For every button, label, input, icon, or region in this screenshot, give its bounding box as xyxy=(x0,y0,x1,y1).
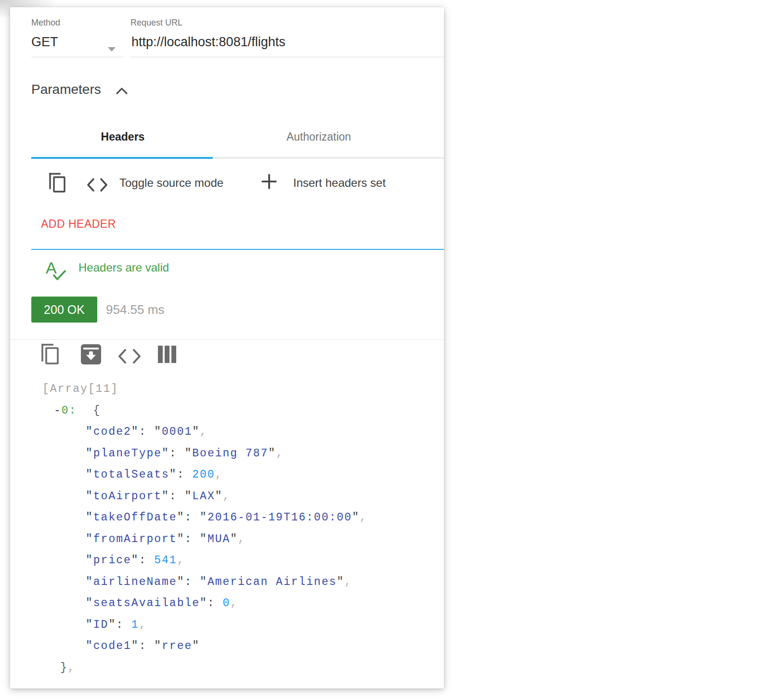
json-quote: " xyxy=(192,426,200,438)
json-line: "takeOffDate": "2016-01-19T16:00:00", xyxy=(42,507,367,529)
json-quote: " xyxy=(200,511,208,524)
json-quote: " xyxy=(86,554,93,567)
json-number-value: 0 xyxy=(222,597,230,609)
method-select[interactable]: GET xyxy=(31,35,58,50)
json-key: takeOffDate xyxy=(93,511,177,524)
tab-headers[interactable]: Headers xyxy=(31,130,214,147)
response-divider xyxy=(10,339,444,340)
json-quote: " xyxy=(352,511,360,524)
json-line: [Array[11] xyxy=(42,378,367,400)
json-quote: " xyxy=(184,447,192,460)
json-line: "ID": 1, xyxy=(42,614,367,636)
table-view-icon[interactable] xyxy=(158,346,177,365)
rest-client-panel: Method GET Request URL http://localhost:… xyxy=(10,7,444,688)
json-quote: " xyxy=(230,533,238,545)
copy-response-icon[interactable] xyxy=(41,343,59,367)
json-number-value: 1 xyxy=(131,619,139,631)
json-close-brace: } xyxy=(60,661,68,674)
json-key: ID xyxy=(93,619,109,631)
json-quote: " xyxy=(154,426,162,438)
copy-headers-icon[interactable] xyxy=(49,172,67,195)
json-comma: , xyxy=(276,447,284,460)
parameters-toggle[interactable]: Parameters xyxy=(31,81,128,98)
json-key: code1 xyxy=(93,640,131,652)
json-comma: , xyxy=(139,619,147,631)
json-open-brace: { xyxy=(93,404,101,417)
request-url-input[interactable]: http://localhost:8081/flights xyxy=(131,35,286,50)
json-quote: " xyxy=(154,640,162,652)
json-key: seatsAvailable xyxy=(93,597,200,609)
json-string-value: 2016-01-19T16:00:00 xyxy=(208,511,352,524)
json-key: code2 xyxy=(93,426,131,438)
parameters-title: Parameters xyxy=(31,82,101,97)
method-label: Method xyxy=(31,18,60,28)
json-colon: ": xyxy=(177,533,200,545)
json-quote: " xyxy=(86,576,93,588)
json-quote: " xyxy=(86,597,93,609)
dropdown-caret-icon[interactable] xyxy=(108,47,116,52)
json-quote: " xyxy=(86,490,93,503)
request-url-label: Request URL xyxy=(130,18,182,28)
json-colon: ": xyxy=(162,447,184,460)
json-string-value: LAX xyxy=(192,490,215,503)
response-time: 954.55 ms xyxy=(106,302,164,317)
json-colon: ": xyxy=(177,511,200,524)
json-comma: , xyxy=(230,597,238,609)
json-quote: " xyxy=(86,426,93,438)
json-comma: , xyxy=(223,490,231,503)
tab-authorization[interactable]: Authorization xyxy=(214,130,423,147)
json-quote: " xyxy=(86,511,93,524)
save-download-icon[interactable] xyxy=(80,344,102,367)
json-comma: , xyxy=(68,661,76,674)
json-line: "fromAirport": "MUA", xyxy=(42,529,367,550)
json-quote: " xyxy=(337,576,345,588)
json-number-value: 200 xyxy=(192,468,215,481)
json-line: "code2": "0001", xyxy=(42,421,367,443)
json-comma: , xyxy=(344,576,352,588)
json-quote: " xyxy=(192,640,200,652)
json-colon: ": xyxy=(169,468,192,481)
json-line: }, xyxy=(42,657,367,679)
json-line: "toAirport": "LAX", xyxy=(42,486,367,507)
toggle-source-mode-button[interactable]: Toggle source mode xyxy=(119,176,223,190)
json-comma: , xyxy=(177,554,185,567)
add-header-button[interactable]: ADD HEADER xyxy=(41,218,116,231)
url-underline xyxy=(130,57,444,57)
method-underline xyxy=(31,57,124,57)
json-quote: " xyxy=(268,447,276,460)
json-colon: ": xyxy=(200,597,222,609)
json-colon: ": xyxy=(131,426,154,438)
response-source-icon[interactable] xyxy=(117,349,142,365)
toggle-source-icon[interactable] xyxy=(86,178,109,194)
plus-icon[interactable] xyxy=(261,173,277,192)
json-quote: " xyxy=(86,533,93,545)
json-comma: , xyxy=(200,426,208,438)
json-line: "seatsAvailable": 0, xyxy=(42,593,367,614)
json-quote: " xyxy=(200,576,208,588)
json-key: toAirport xyxy=(93,490,162,503)
json-line: "code1": "rree" xyxy=(42,635,367,657)
insert-headers-set-button[interactable]: Insert headers set xyxy=(293,176,386,190)
response-body: [Array[11]-0:{"code2": "0001","planeType… xyxy=(42,378,367,678)
json-number-value: 541 xyxy=(154,554,177,567)
json-string-value: 0001 xyxy=(162,426,192,438)
json-quote: " xyxy=(86,468,93,481)
json-key: fromAirport xyxy=(93,533,177,545)
json-string-value: MUA xyxy=(208,533,230,545)
json-string-value: American Airlines xyxy=(208,576,337,588)
json-quote: " xyxy=(184,490,192,503)
json-comma: , xyxy=(238,533,246,545)
json-comma: , xyxy=(215,468,223,481)
json-colon: ": xyxy=(108,619,131,631)
json-quote: " xyxy=(215,490,223,503)
json-index: 0: xyxy=(62,404,77,417)
json-quote: " xyxy=(86,447,93,460)
json-string-value: Boeing 787 xyxy=(192,447,268,460)
json-key: airlineName xyxy=(93,576,177,588)
json-string-value: rree xyxy=(162,640,192,652)
status-badge: 200 OK xyxy=(31,297,97,323)
json-index-dash: - xyxy=(54,404,62,417)
json-line: "planeType": "Boeing 787", xyxy=(42,443,367,465)
json-colon: ": xyxy=(162,490,184,503)
json-collapse-toggle[interactable]: -0:{ xyxy=(42,400,367,422)
